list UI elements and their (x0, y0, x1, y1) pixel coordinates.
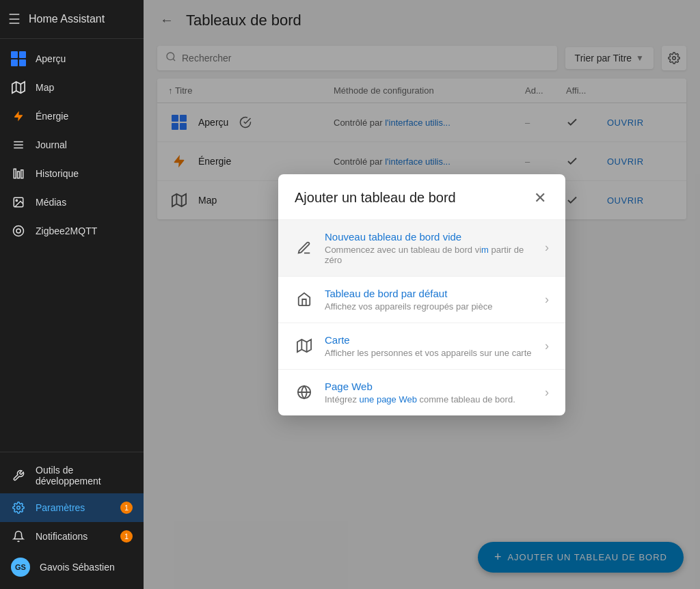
sidebar-item-label: Aperçu (36, 53, 66, 64)
sidebar-item-label: Médias (36, 197, 66, 208)
chevron-right-icon: › (545, 241, 549, 255)
parametres-icon (11, 500, 26, 515)
modal-item-desc-carte: Afficher les personnes et vos appareils … (325, 348, 534, 358)
sidebar-item-label: Map (36, 82, 54, 93)
modal-item-defaut[interactable]: Tableau de bord par défaut Affichez vos … (278, 276, 565, 323)
main-content: ← Tableaux de bord Trier par Titre ▼ ↑ T… (144, 0, 700, 589)
svg-point-12 (16, 229, 21, 233)
sidebar-item-label: Zigbee2MQTT (36, 225, 97, 236)
modal-item-title-defaut: Tableau de bord par défaut (325, 288, 534, 299)
modal-item-content-pageweb: Page Web Intégrez une page Web comme tab… (325, 381, 534, 405)
sidebar-item-medias[interactable]: Médias (0, 188, 144, 217)
sidebar-item-label: Paramètres (36, 502, 85, 513)
sidebar-bottom: Outils de développement Paramètres 1 Not… (0, 452, 144, 589)
modal-item-pageweb[interactable]: Page Web Intégrez une page Web comme tab… (278, 369, 565, 415)
defaut-icon (295, 290, 314, 309)
modal-item-content-nouveau: Nouveau tableau de bord vide Commencez a… (325, 231, 534, 265)
sidebar-item-zigbee[interactable]: Zigbee2MQTT (0, 217, 144, 245)
modal-item-title-pageweb: Page Web (325, 381, 534, 392)
pageweb-icon (295, 383, 314, 402)
chevron-right-icon: › (545, 292, 549, 307)
svg-marker-0 (12, 82, 25, 94)
svg-point-13 (17, 506, 21, 510)
modal-item-content-carte: Carte Afficher les personnes et vos appa… (325, 334, 534, 358)
nouveau-icon (295, 238, 314, 258)
notifications-badge: 1 (120, 530, 133, 543)
chevron-right-icon: › (545, 339, 549, 353)
journal-icon (11, 137, 26, 152)
modal-item-desc-pageweb: Intégrez une page Web comme tableau de b… (325, 394, 534, 405)
map-icon (11, 80, 26, 95)
sidebar-item-notifications[interactable]: Notifications 1 (0, 522, 144, 551)
modal-item-carte[interactable]: Carte Afficher les personnes et vos appa… (278, 323, 565, 369)
sidebar-nav: Aperçu Map Énergie Journal Historique (0, 39, 144, 452)
modal-item-desc-nouveau: Commencez avec un tableau de bord vim pa… (325, 245, 534, 265)
historique-icon (11, 166, 26, 181)
avatar: GS (11, 558, 30, 577)
sidebar-item-label: Journal (36, 139, 67, 150)
modal-title: Ajouter un tableau de bord (295, 190, 456, 206)
svg-rect-6 (14, 169, 16, 178)
chevron-right-icon: › (545, 385, 549, 400)
apercu-icon (11, 51, 26, 66)
sidebar-item-map[interactable]: Map (0, 73, 144, 102)
desc-link: une page Web (360, 394, 417, 405)
zigbee-icon (11, 223, 26, 238)
sidebar: ☰ Home Assistant Aperçu Map Énergie Jo (0, 0, 144, 589)
sidebar-item-journal[interactable]: Journal (0, 131, 144, 159)
sidebar-item-apercu[interactable]: Aperçu (0, 44, 144, 73)
sidebar-header: ☰ Home Assistant (0, 0, 144, 39)
modal-item-desc-defaut: Affichez vos appareils regroupés par piè… (325, 301, 534, 312)
sidebar-item-label: Historique (36, 168, 79, 179)
menu-icon[interactable]: ☰ (8, 11, 21, 27)
sidebar-item-energie[interactable]: Énergie (0, 102, 144, 131)
svg-point-10 (16, 200, 17, 201)
sidebar-item-label: Notifications (36, 531, 88, 542)
app-title: Home Assistant (29, 13, 105, 25)
notifications-icon (11, 529, 26, 544)
sidebar-item-historique[interactable]: Historique (0, 159, 144, 188)
svg-rect-7 (18, 172, 20, 178)
sidebar-item-label: Énergie (36, 111, 68, 122)
sidebar-item-user[interactable]: GS Gavois Sébastien (0, 551, 144, 584)
carte-icon (295, 336, 314, 355)
modal-header: Ajouter un tableau de bord ✕ (278, 174, 565, 219)
svg-marker-20 (297, 340, 311, 352)
sidebar-item-label: Outils de développement (36, 465, 133, 487)
modal-item-content-defaut: Tableau de bord par défaut Affichez vos … (325, 288, 534, 312)
svg-rect-8 (21, 170, 23, 178)
sidebar-item-devtools[interactable]: Outils de développement (0, 458, 144, 493)
modal-close-button[interactable]: ✕ (531, 188, 549, 208)
devtools-icon (11, 468, 26, 483)
energie-icon (11, 109, 26, 124)
modal-overlay[interactable]: Ajouter un tableau de bord ✕ Nouveau tab… (144, 0, 700, 589)
sidebar-item-parametres[interactable]: Paramètres 1 (0, 493, 144, 522)
parametres-badge: 1 (120, 502, 133, 514)
modal-item-title-carte: Carte (325, 334, 534, 346)
svg-point-11 (14, 226, 24, 236)
medias-icon (11, 195, 26, 210)
user-name-label: Gavois Sébastien (40, 562, 115, 573)
modal-item-title-nouveau: Nouveau tableau de bord vide (325, 231, 534, 243)
add-dashboard-modal: Ajouter un tableau de bord ✕ Nouveau tab… (278, 174, 565, 415)
desc-link: m (481, 245, 489, 255)
modal-item-nouveau[interactable]: Nouveau tableau de bord vide Commencez a… (278, 219, 565, 276)
